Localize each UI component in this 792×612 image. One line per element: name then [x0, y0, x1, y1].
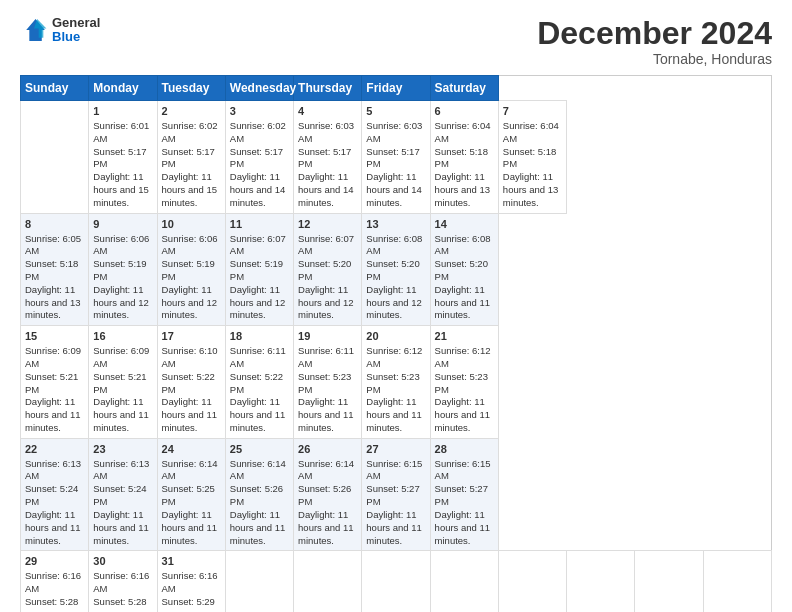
- calendar-cell: 8Sunrise: 6:05 AMSunset: 5:18 PMDaylight…: [21, 213, 89, 326]
- empty-cell: [498, 551, 566, 612]
- header: General Blue December 2024 Tornabe, Hond…: [20, 16, 772, 67]
- calendar-cell: 11Sunrise: 6:07 AMSunset: 5:19 PMDayligh…: [225, 213, 293, 326]
- day-number: 27: [366, 442, 425, 457]
- calendar-cell: 1Sunrise: 6:01 AMSunset: 5:17 PMDaylight…: [89, 101, 157, 214]
- calendar-week-row: 22Sunrise: 6:13 AMSunset: 5:24 PMDayligh…: [21, 438, 772, 551]
- day-number: 16: [93, 329, 152, 344]
- logo-line2: Blue: [52, 30, 100, 44]
- empty-cell: [21, 101, 89, 214]
- calendar-header-monday: Monday: [89, 76, 157, 101]
- logo: General Blue: [20, 16, 100, 45]
- calendar-week-row: 15Sunrise: 6:09 AMSunset: 5:21 PMDayligh…: [21, 326, 772, 439]
- calendar-cell: 12Sunrise: 6:07 AMSunset: 5:20 PMDayligh…: [294, 213, 362, 326]
- calendar-cell: 30Sunrise: 6:16 AMSunset: 5:28 PMDayligh…: [89, 551, 157, 612]
- day-number: 23: [93, 442, 152, 457]
- calendar-cell: 15Sunrise: 6:09 AMSunset: 5:21 PMDayligh…: [21, 326, 89, 439]
- day-number: 12: [298, 217, 357, 232]
- day-number: 10: [162, 217, 221, 232]
- day-number: 5: [366, 104, 425, 119]
- day-number: 21: [435, 329, 494, 344]
- calendar-table: SundayMondayTuesdayWednesdayThursdayFrid…: [20, 75, 772, 612]
- day-number: 30: [93, 554, 152, 569]
- empty-cell: [567, 551, 635, 612]
- calendar-cell: 18Sunrise: 6:11 AMSunset: 5:22 PMDayligh…: [225, 326, 293, 439]
- day-number: 28: [435, 442, 494, 457]
- calendar-cell: 6Sunrise: 6:04 AMSunset: 5:18 PMDaylight…: [430, 101, 498, 214]
- calendar-cell: 31Sunrise: 6:16 AMSunset: 5:29 PMDayligh…: [157, 551, 225, 612]
- calendar-header-thursday: Thursday: [294, 76, 362, 101]
- logo-line1: General: [52, 16, 100, 30]
- day-number: 20: [366, 329, 425, 344]
- calendar-cell: [225, 551, 293, 612]
- calendar-week-row: 1Sunrise: 6:01 AMSunset: 5:17 PMDaylight…: [21, 101, 772, 214]
- calendar-cell: [294, 551, 362, 612]
- calendar-cell: 27Sunrise: 6:15 AMSunset: 5:27 PMDayligh…: [362, 438, 430, 551]
- day-number: 25: [230, 442, 289, 457]
- day-number: 29: [25, 554, 84, 569]
- calendar-cell: 25Sunrise: 6:14 AMSunset: 5:26 PMDayligh…: [225, 438, 293, 551]
- calendar-cell: 10Sunrise: 6:06 AMSunset: 5:19 PMDayligh…: [157, 213, 225, 326]
- calendar-cell: 26Sunrise: 6:14 AMSunset: 5:26 PMDayligh…: [294, 438, 362, 551]
- empty-cell: [703, 551, 771, 612]
- day-number: 13: [366, 217, 425, 232]
- day-number: 3: [230, 104, 289, 119]
- calendar-cell: 20Sunrise: 6:12 AMSunset: 5:23 PMDayligh…: [362, 326, 430, 439]
- day-number: 11: [230, 217, 289, 232]
- calendar-cell: [430, 551, 498, 612]
- calendar-cell: 4Sunrise: 6:03 AMSunset: 5:17 PMDaylight…: [294, 101, 362, 214]
- calendar-cell: 28Sunrise: 6:15 AMSunset: 5:27 PMDayligh…: [430, 438, 498, 551]
- month-title: December 2024: [537, 16, 772, 51]
- day-number: 17: [162, 329, 221, 344]
- day-number: 18: [230, 329, 289, 344]
- calendar-week-row: 29Sunrise: 6:16 AMSunset: 5:28 PMDayligh…: [21, 551, 772, 612]
- calendar-cell: 14Sunrise: 6:08 AMSunset: 5:20 PMDayligh…: [430, 213, 498, 326]
- day-number: 2: [162, 104, 221, 119]
- empty-cell: [635, 551, 703, 612]
- calendar-header-wednesday: Wednesday: [225, 76, 293, 101]
- day-number: 15: [25, 329, 84, 344]
- calendar-cell: 5Sunrise: 6:03 AMSunset: 5:17 PMDaylight…: [362, 101, 430, 214]
- day-number: 6: [435, 104, 494, 119]
- calendar-cell: 22Sunrise: 6:13 AMSunset: 5:24 PMDayligh…: [21, 438, 89, 551]
- calendar-cell: 13Sunrise: 6:08 AMSunset: 5:20 PMDayligh…: [362, 213, 430, 326]
- location: Tornabe, Honduras: [537, 51, 772, 67]
- day-number: 24: [162, 442, 221, 457]
- calendar-cell: 24Sunrise: 6:14 AMSunset: 5:25 PMDayligh…: [157, 438, 225, 551]
- calendar-cell: 2Sunrise: 6:02 AMSunset: 5:17 PMDaylight…: [157, 101, 225, 214]
- day-number: 1: [93, 104, 152, 119]
- calendar-header-tuesday: Tuesday: [157, 76, 225, 101]
- day-number: 26: [298, 442, 357, 457]
- calendar-cell: 21Sunrise: 6:12 AMSunset: 5:23 PMDayligh…: [430, 326, 498, 439]
- calendar-cell: 9Sunrise: 6:06 AMSunset: 5:19 PMDaylight…: [89, 213, 157, 326]
- day-number: 7: [503, 104, 562, 119]
- day-number: 8: [25, 217, 84, 232]
- day-number: 4: [298, 104, 357, 119]
- calendar-cell: [362, 551, 430, 612]
- day-number: 22: [25, 442, 84, 457]
- page: General Blue December 2024 Tornabe, Hond…: [0, 0, 792, 612]
- logo-text: General Blue: [52, 16, 100, 45]
- calendar-header-saturday: Saturday: [430, 76, 498, 101]
- calendar-header-friday: Friday: [362, 76, 430, 101]
- title-block: December 2024 Tornabe, Honduras: [537, 16, 772, 67]
- calendar-cell: 17Sunrise: 6:10 AMSunset: 5:22 PMDayligh…: [157, 326, 225, 439]
- calendar-cell: 7Sunrise: 6:04 AMSunset: 5:18 PMDaylight…: [498, 101, 566, 214]
- calendar-cell: 3Sunrise: 6:02 AMSunset: 5:17 PMDaylight…: [225, 101, 293, 214]
- calendar-cell: 16Sunrise: 6:09 AMSunset: 5:21 PMDayligh…: [89, 326, 157, 439]
- calendar-week-row: 8Sunrise: 6:05 AMSunset: 5:18 PMDaylight…: [21, 213, 772, 326]
- calendar-header-row: SundayMondayTuesdayWednesdayThursdayFrid…: [21, 76, 772, 101]
- calendar-cell: 19Sunrise: 6:11 AMSunset: 5:23 PMDayligh…: [294, 326, 362, 439]
- day-number: 19: [298, 329, 357, 344]
- day-number: 31: [162, 554, 221, 569]
- day-number: 14: [435, 217, 494, 232]
- calendar-cell: 23Sunrise: 6:13 AMSunset: 5:24 PMDayligh…: [89, 438, 157, 551]
- calendar-cell: 29Sunrise: 6:16 AMSunset: 5:28 PMDayligh…: [21, 551, 89, 612]
- calendar-header-sunday: Sunday: [21, 76, 89, 101]
- day-number: 9: [93, 217, 152, 232]
- logo-icon: [20, 16, 48, 44]
